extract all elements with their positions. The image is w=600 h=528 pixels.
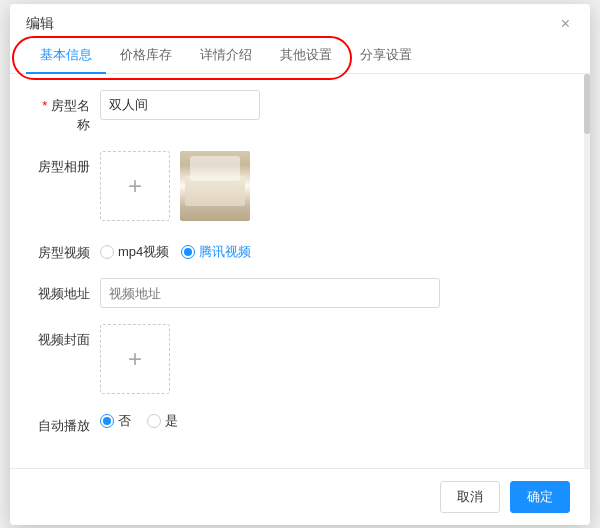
video-url-control [100,278,570,308]
video-cover-row: 视频封面 + [30,324,570,394]
cancel-button[interactable]: 取消 [440,481,500,513]
tab-price[interactable]: 价格库存 [106,38,186,74]
room-photo-row: 房型相册 + [30,151,570,221]
dialog-title-bar: 编辑 × [10,4,590,34]
video-url-input[interactable] [100,278,440,308]
video-cover-label: 视频封面 [30,324,100,350]
scrollbar-track[interactable] [584,74,590,468]
autoplay-no-option[interactable]: 否 [100,412,131,430]
photo-thumbnail [180,151,250,221]
video-tencent-radio[interactable] [181,245,195,259]
room-video-control: mp4视频 腾讯视频 [100,237,570,261]
dialog-content: 房型名称 房型相册 + [10,74,590,468]
video-url-row: 视频地址 [30,278,570,308]
autoplay-control: 否 是 [100,410,570,430]
autoplay-no-label: 否 [118,412,131,430]
video-mp4-label: mp4视频 [118,243,169,261]
autoplay-yes-label: 是 [165,412,178,430]
plus-icon: + [128,172,142,200]
room-name-label: 房型名称 [30,90,100,135]
tab-detail[interactable]: 详情介绍 [186,38,266,74]
hotel-room-image [180,151,250,221]
edit-dialog: 编辑 × 基本信息 价格库存 详情介绍 其他设置 分享设置 房型名称 房型相册 [10,4,590,525]
autoplay-label: 自动播放 [30,410,100,436]
room-name-input[interactable] [100,90,260,120]
confirm-button[interactable]: 确定 [510,481,570,513]
room-name-row: 房型名称 [30,90,570,135]
video-tencent-option[interactable]: 腾讯视频 [181,243,251,261]
tab-other[interactable]: 其他设置 [266,38,346,74]
video-tencent-label: 腾讯视频 [199,243,251,261]
photo-area: + [100,151,570,221]
autoplay-yes-option[interactable]: 是 [147,412,178,430]
dialog-footer: 取消 确定 [10,468,590,525]
room-name-control [100,90,570,120]
video-type-group: mp4视频 腾讯视频 [100,237,570,261]
autoplay-row: 自动播放 否 是 [30,410,570,436]
cover-plus-icon: + [128,345,142,373]
autoplay-yes-radio[interactable] [147,414,161,428]
video-url-label: 视频地址 [30,278,100,304]
video-mp4-option[interactable]: mp4视频 [100,243,169,261]
room-photo-label: 房型相册 [30,151,100,177]
video-mp4-radio[interactable] [100,245,114,259]
dialog-title: 编辑 [26,15,54,33]
tab-basic[interactable]: 基本信息 [26,38,106,74]
autoplay-group: 否 是 [100,410,570,430]
photo-upload-button[interactable]: + [100,151,170,221]
tabs-container: 基本信息 价格库存 详情介绍 其他设置 分享设置 [10,38,590,74]
cover-upload-button[interactable]: + [100,324,170,394]
tab-share[interactable]: 分享设置 [346,38,426,74]
room-photo-control: + [100,151,570,221]
video-cover-control: + [100,324,570,394]
dialog-body: 房型名称 房型相册 + [10,74,590,468]
close-button[interactable]: × [557,14,574,34]
room-video-label: 房型视频 [30,237,100,263]
autoplay-no-radio[interactable] [100,414,114,428]
scrollbar-thumb[interactable] [584,74,590,134]
room-video-row: 房型视频 mp4视频 腾讯视频 [30,237,570,263]
